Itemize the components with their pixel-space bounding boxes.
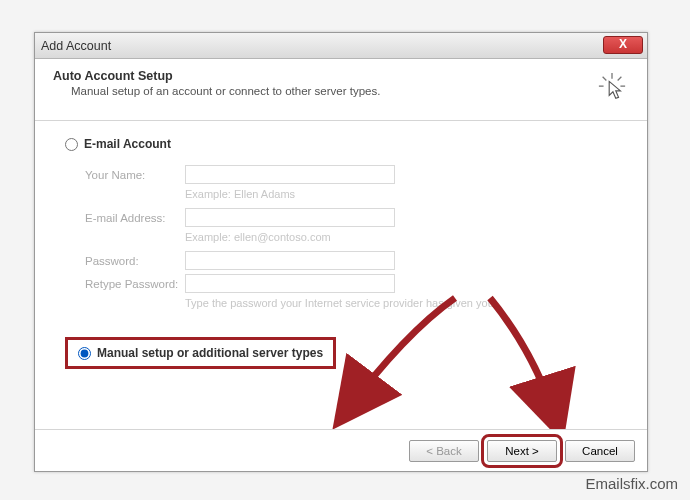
email-example: Example: ellen@contoso.com xyxy=(185,231,617,243)
close-button[interactable]: X xyxy=(603,36,643,54)
radio-email-account[interactable] xyxy=(65,138,78,151)
retype-password-field xyxy=(185,274,395,293)
back-button: < Back xyxy=(409,440,479,462)
window-title: Add Account xyxy=(41,39,111,53)
your-name-example: Example: Ellen Adams xyxy=(185,188,617,200)
email-address-field xyxy=(185,208,395,227)
radio-email-account-label: E-mail Account xyxy=(84,137,171,151)
wizard-header: Auto Account Setup Manual setup of an ac… xyxy=(35,59,647,121)
radio-manual-setup-label: Manual setup or additional server types xyxy=(97,346,323,360)
svg-line-2 xyxy=(618,77,622,81)
next-button[interactable]: Next > xyxy=(487,440,557,462)
radio-manual-setup-row[interactable]: Manual setup or additional server types xyxy=(65,337,336,369)
wizard-footer: < Back Next > Cancel xyxy=(35,429,647,471)
password-label: Password: xyxy=(85,255,185,267)
radio-email-account-row[interactable]: E-mail Account xyxy=(65,137,617,151)
watermark-text: Emailsfix.com xyxy=(585,475,678,492)
radio-manual-setup[interactable] xyxy=(78,347,91,360)
click-cursor-icon xyxy=(597,73,627,103)
your-name-field xyxy=(185,165,395,184)
svg-line-1 xyxy=(603,77,607,81)
retype-password-label: Retype Password: xyxy=(85,278,185,290)
email-address-label: E-mail Address: xyxy=(85,212,185,224)
your-name-label: Your Name: xyxy=(85,169,185,181)
password-field xyxy=(185,251,395,270)
header-subtitle: Manual setup of an account or connect to… xyxy=(71,85,629,97)
titlebar: Add Account X xyxy=(35,33,647,59)
add-account-dialog: Add Account X Auto Account Setup Manual … xyxy=(34,32,648,472)
password-hint: Type the password your Internet service … xyxy=(185,297,617,309)
cancel-button[interactable]: Cancel xyxy=(565,440,635,462)
header-title: Auto Account Setup xyxy=(53,69,629,83)
wizard-content: E-mail Account Your Name: Example: Ellen… xyxy=(35,121,647,379)
email-form: Your Name: Example: Ellen Adams E-mail A… xyxy=(85,165,617,309)
